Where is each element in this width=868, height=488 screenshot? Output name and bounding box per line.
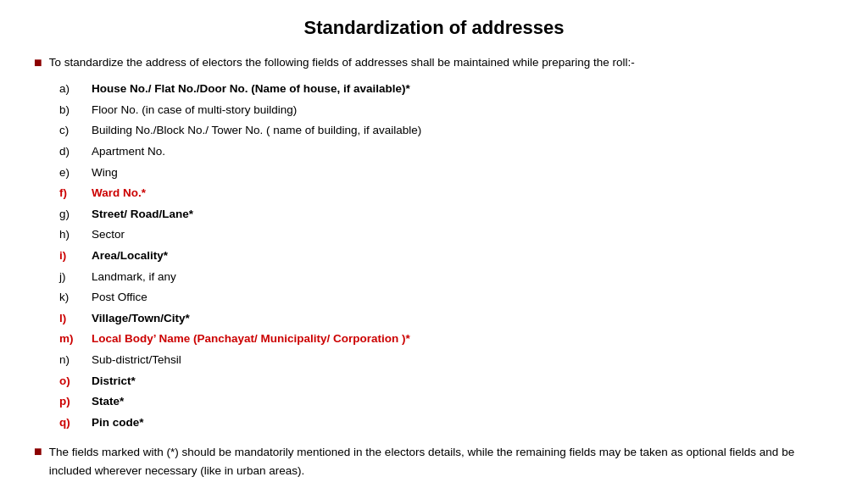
list-item: e)Wing [59,164,834,182]
list-item: c)Building No./Block No./ Tower No. ( na… [59,121,834,140]
list-item: k)Post Office [59,288,834,307]
list-item-text: Post Office [92,288,147,307]
list-item-text: District* [92,372,136,391]
list-item: i)Area/Locality* [59,247,834,265]
list-item: q)Pin code* [59,413,834,432]
list-item-label: f) [59,184,92,202]
footer-bullet-icon: ■ [34,444,42,459]
list-item-text: Building No./Block No./ Tower No. ( name… [92,121,421,140]
page-title: Standardization of addresses [34,17,834,39]
intro-text: To standardize the address of electors t… [49,54,635,71]
list-item-label: a) [59,80,92,98]
list-item-text: Street/ Road/Lane* [92,205,193,224]
list-item-text: Floor No. (in case of multi-story buildi… [92,101,297,119]
list-item: l)Village/Town/City* [59,309,834,328]
list-item-label: p) [59,392,92,411]
list-item-text: Apartment No. [92,142,165,161]
list-item-label: i) [59,247,92,265]
bullet-icon: ■ [34,55,42,70]
list-item: b)Floor No. (in case of multi-story buil… [59,101,834,119]
list-item-text: Wing [92,164,118,182]
list-item-label: b) [59,101,92,119]
list-item-label: o) [59,372,92,391]
list-item-label: n) [59,351,92,369]
list-item-text: Sub-district/Tehsil [92,351,181,369]
list-item: h)Sector [59,225,834,244]
list-item: a)House No./ Flat No./Door No. (Name of … [59,80,834,98]
list-item-text: Landmark, if any [92,268,176,286]
list-item-label: l) [59,309,92,328]
list-item-text: Ward No.* [92,184,146,202]
list-item-text: State* [92,392,124,411]
list-item-label: c) [59,121,92,140]
list-item-label: d) [59,142,92,161]
list-item: o)District* [59,372,834,391]
list-item-label: q) [59,413,92,432]
list-item: j)Landmark, if any [59,268,834,286]
list-item: g)Street/ Road/Lane* [59,205,834,224]
footer-text: The fields marked with (*) should be man… [49,443,834,480]
list-item: n)Sub-district/Tehsil [59,351,834,369]
list-item: p)State* [59,392,834,411]
list-item-text: Local Body’ Name (Panchayat/ Municipalit… [92,330,410,348]
list-item-text: House No./ Flat No./Door No. (Name of ho… [92,80,410,98]
footer-section: ■ The fields marked with (*) should be m… [34,443,834,480]
list-item-text: Sector [92,225,125,244]
intro-section: ■ To standardize the address of electors… [34,54,834,71]
list-item-label: g) [59,205,92,224]
list-item-label: h) [59,225,92,244]
address-fields-list: a)House No./ Flat No./Door No. (Name of … [59,80,834,431]
list-item-label: m) [59,330,92,348]
list-item-text: Area/Locality* [92,247,168,265]
list-item: m)Local Body’ Name (Panchayat/ Municipal… [59,330,834,348]
list-item-text: Village/Town/City* [92,309,190,328]
list-item-label: j) [59,268,92,286]
list-item: d)Apartment No. [59,142,834,161]
list-item: f)Ward No.* [59,184,834,202]
list-item-text: Pin code* [92,413,144,432]
list-item-label: e) [59,164,92,182]
list-item-label: k) [59,288,92,307]
